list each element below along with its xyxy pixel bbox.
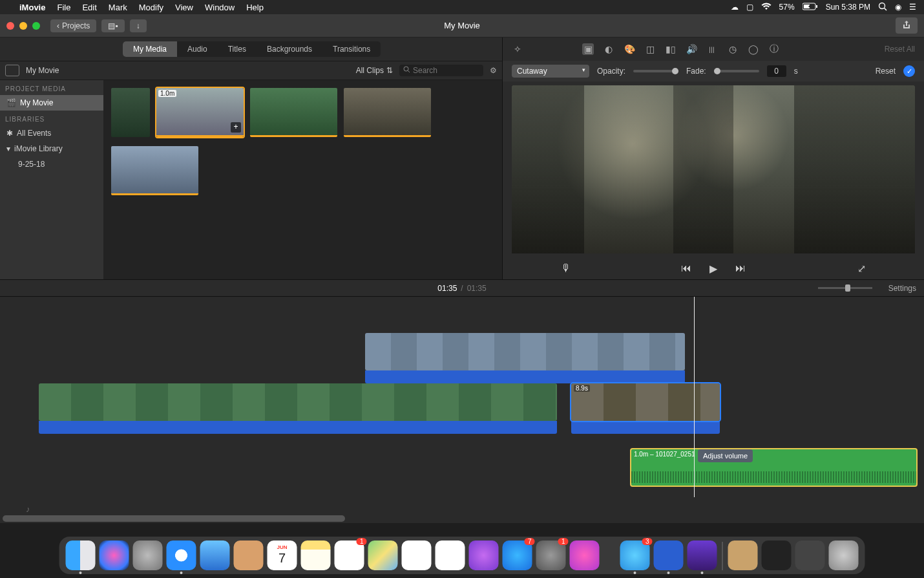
airplay-icon[interactable]: ▢: [746, 3, 753, 12]
dock-maps[interactable]: [368, 541, 398, 570]
menu-mark[interactable]: Mark: [109, 3, 127, 12]
fade-value[interactable]: 0: [767, 65, 786, 77]
sidebar-item-library[interactable]: ▾ iMovie Library: [0, 141, 103, 156]
dock-recent-2[interactable]: [795, 541, 825, 570]
next-button[interactable]: ⏭: [735, 262, 746, 274]
gear-icon[interactable]: ⚙: [490, 66, 497, 75]
music-track-clip[interactable]: 1.0m – 101027_0251: [630, 448, 918, 487]
search-field[interactable]: [399, 65, 483, 76]
reset-button[interactable]: Reset: [876, 67, 896, 76]
projects-back-button[interactable]: ‹ Projects: [50, 19, 96, 32]
sidebar-item-label: All Events: [17, 129, 51, 138]
timeline-settings-button[interactable]: Settings: [888, 284, 916, 293]
clip-thumbnail[interactable]: [250, 88, 337, 137]
notification-center-icon[interactable]: ☰: [909, 3, 916, 12]
battery-icon[interactable]: [803, 3, 818, 12]
menu-help[interactable]: Help: [246, 3, 264, 12]
import-button[interactable]: ↓: [130, 19, 147, 32]
timeline[interactable]: 8.9s 1.0m – 101027_0251 Adjust volume ♪: [0, 297, 924, 523]
fade-slider[interactable]: [714, 70, 759, 72]
fullscreen-icon[interactable]: ⤢: [857, 262, 866, 275]
overlay-type-dropdown[interactable]: Cutaway: [512, 65, 589, 78]
clip-thumbnail[interactable]: [111, 146, 198, 195]
overlay-track-clip[interactable]: [365, 333, 685, 385]
dock-reminders[interactable]: 1: [335, 541, 364, 570]
color-correction-icon[interactable]: 🎨: [624, 43, 635, 55]
menu-modify[interactable]: Modify: [139, 3, 163, 12]
dock-feedback[interactable]: [570, 541, 600, 570]
clock[interactable]: Sun 5:38 PM: [826, 3, 870, 12]
add-clip-button[interactable]: +: [231, 122, 241, 133]
playhead[interactable]: [694, 297, 695, 497]
dock-imovie[interactable]: [688, 541, 717, 570]
color-balance-icon[interactable]: ◐: [603, 43, 614, 55]
window-zoom-button[interactable]: [32, 22, 40, 30]
sidebar-toggle-button[interactable]: [5, 65, 19, 76]
dock-contacts[interactable]: [234, 541, 264, 570]
menu-window[interactable]: Window: [205, 3, 235, 12]
tab-backgrounds[interactable]: Backgrounds: [257, 41, 322, 57]
opacity-slider[interactable]: [633, 70, 678, 72]
filter-icon[interactable]: ◯: [748, 43, 759, 55]
play-button[interactable]: ▶: [709, 262, 717, 275]
dock-safari[interactable]: [167, 541, 196, 570]
clip-thumbnail[interactable]: [111, 88, 150, 137]
zoom-slider[interactable]: [818, 287, 872, 289]
crop-icon[interactable]: ◫: [644, 43, 656, 55]
preview-viewer[interactable]: [512, 85, 915, 253]
clip-thumbnail[interactable]: 1.0m +: [156, 88, 244, 137]
speed-icon[interactable]: ◷: [727, 43, 739, 55]
volume-icon[interactable]: 🔊: [686, 43, 697, 55]
dock-messages[interactable]: 3: [620, 541, 650, 570]
sidebar-item-all-events[interactable]: ✱ All Events: [0, 125, 103, 141]
equalizer-icon[interactable]: ⫼: [706, 43, 718, 55]
window-minimize-button[interactable]: [19, 22, 27, 30]
primary-track-clip-1[interactable]: [39, 383, 557, 435]
window-close-button[interactable]: [6, 22, 14, 30]
menu-edit[interactable]: Edit: [82, 3, 96, 12]
stabilize-icon[interactable]: ▮▯: [665, 43, 677, 55]
tab-titles[interactable]: Titles: [218, 41, 257, 57]
dock-word[interactable]: [654, 541, 684, 570]
dock-calendar[interactable]: JUN 7: [268, 541, 297, 570]
cloud-icon[interactable]: ☁︎: [731, 3, 739, 12]
all-clips-dropdown[interactable]: All Clips ⇅: [356, 66, 393, 75]
tab-transitions[interactable]: Transitions: [322, 41, 381, 57]
prev-button[interactable]: ⏮: [681, 262, 691, 274]
wifi-icon[interactable]: [761, 3, 772, 12]
dock-podcasts[interactable]: [469, 541, 499, 570]
menu-view[interactable]: View: [175, 3, 193, 12]
dock-photos[interactable]: [402, 541, 432, 570]
tab-audio[interactable]: Audio: [177, 41, 218, 57]
apply-check-icon[interactable]: ✓: [903, 65, 915, 77]
layout-toggle-button[interactable]: ▤▪: [101, 19, 124, 32]
sidebar-item-event[interactable]: 9-25-18: [0, 156, 103, 172]
dock-notes[interactable]: [301, 541, 331, 570]
primary-track-clip-2[interactable]: 8.9s: [571, 383, 720, 435]
voiceover-icon[interactable]: 🎙: [561, 262, 571, 274]
dock-sysprefs[interactable]: 1: [536, 541, 566, 570]
dock-downloads[interactable]: [728, 541, 758, 570]
spotlight-icon[interactable]: [878, 2, 887, 13]
dock-recent-1[interactable]: [762, 541, 792, 570]
enhance-icon[interactable]: ✧: [512, 43, 523, 55]
dock-siri[interactable]: [100, 541, 129, 570]
overlay-icon[interactable]: ▣: [582, 43, 594, 55]
app-menu[interactable]: iMovie: [19, 3, 45, 12]
dock-mail[interactable]: [200, 541, 230, 570]
share-button[interactable]: [896, 17, 918, 34]
dock-finder[interactable]: [66, 541, 96, 570]
search-input[interactable]: [413, 66, 471, 75]
dock-trash[interactable]: [829, 541, 859, 570]
dock-appstore[interactable]: 7: [503, 541, 532, 570]
tab-my-media[interactable]: My Media: [123, 41, 177, 57]
siri-icon[interactable]: ◉: [895, 3, 901, 12]
reset-all-button[interactable]: Reset All: [885, 45, 915, 54]
sidebar-item-my-movie[interactable]: 🎬 My Movie: [0, 95, 103, 111]
info-icon[interactable]: ⓘ: [768, 43, 780, 55]
dock-launchpad[interactable]: [133, 541, 163, 570]
dock-itunes[interactable]: [436, 541, 465, 570]
timeline-scrollbar[interactable]: [3, 515, 345, 522]
menu-file[interactable]: File: [57, 3, 70, 12]
clip-thumbnail[interactable]: [344, 88, 431, 137]
